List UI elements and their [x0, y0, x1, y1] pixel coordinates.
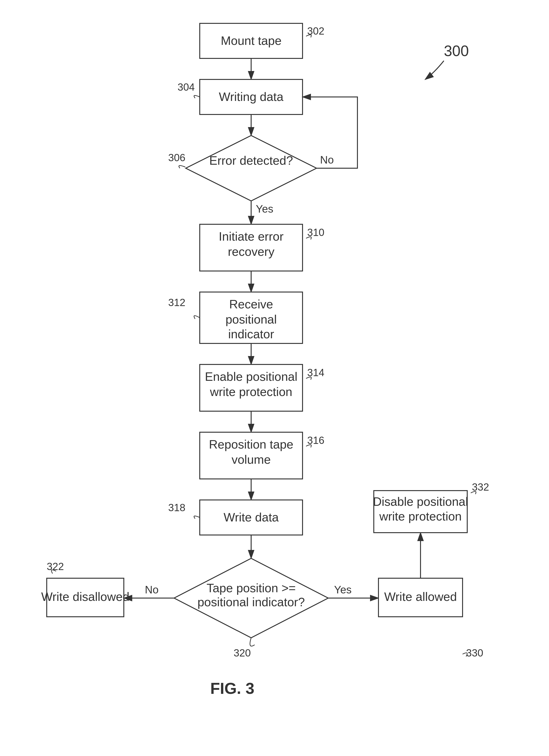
ref-320: 320 [234, 647, 251, 659]
receive-pos-line3: indicator [228, 327, 274, 341]
initiate-error-line2: recovery [228, 245, 274, 258]
tape-pos-line2: positional indicator? [197, 595, 305, 609]
receive-pos-line1: Receive [229, 297, 273, 311]
flowchart-svg: Mount tape 302 Writing data 304 Error de… [0, 0, 549, 756]
yes-label-error: Yes [256, 203, 273, 215]
ref-322: 322 [47, 561, 64, 572]
receive-pos-line2: positional [225, 313, 277, 326]
error-detected-diamond [186, 136, 317, 201]
yes-label-tape: Yes [334, 584, 352, 596]
initiate-error-line1: Initiate error [219, 230, 283, 243]
error-detected-label: Error detected? [209, 154, 293, 167]
reposition-line2: volume [232, 453, 271, 466]
write-data-label: Write data [224, 510, 279, 524]
disable-pos-line1: Disable positional [373, 495, 468, 508]
ref-316: 316 [307, 435, 324, 446]
tape-pos-line1: Tape position >= [207, 581, 296, 595]
ref-330: 330 [466, 647, 483, 659]
ref-314: 314 [307, 367, 324, 378]
ref-304: 304 [178, 81, 195, 93]
mount-tape-label: Mount tape [221, 34, 282, 47]
write-disallowed-label: Write disallowed [41, 590, 129, 603]
ref-300: 300 [444, 43, 469, 59]
ref-318: 318 [168, 502, 185, 513]
ref-332: 332 [472, 481, 489, 493]
fig-label: FIG. 3 [210, 679, 254, 697]
ref-310: 310 [307, 227, 324, 238]
ref-312: 312 [168, 297, 185, 308]
ref-306: 306 [168, 152, 185, 163]
no-label-error: No [320, 154, 334, 166]
enable-pos-line2: write protection [210, 385, 292, 399]
writing-data-label: Writing data [219, 90, 284, 103]
disable-pos-line2: write protection [379, 510, 462, 523]
enable-pos-line1: Enable positional [205, 370, 297, 383]
write-allowed-label: Write allowed [384, 590, 457, 603]
diagram-container: Mount tape 302 Writing data 304 Error de… [0, 0, 549, 756]
reposition-line1: Reposition tape [209, 438, 293, 451]
no-label-tape: No [145, 584, 159, 596]
